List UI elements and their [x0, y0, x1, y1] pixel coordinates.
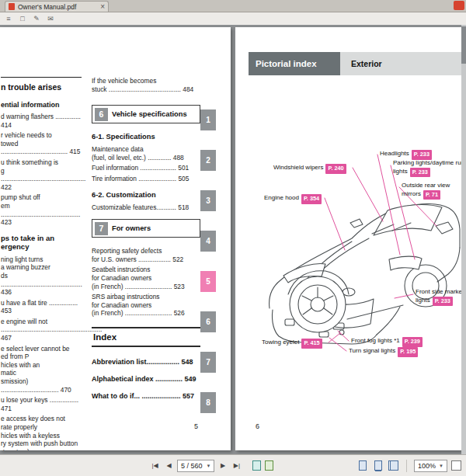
- page-ref-badge[interactable]: P. 233: [410, 168, 430, 178]
- pdf-file-icon: [9, 3, 15, 10]
- callout-label: Headlights: [380, 150, 409, 157]
- toc-entry[interactable]: r vehicle needs to towed ...............…: [1, 131, 85, 156]
- page-ref-badge[interactable]: P. 195: [398, 347, 418, 357]
- callout-outside-mirrors: Outside rear view mirrorsP. 71: [402, 182, 450, 200]
- toc-entry[interactable]: Customizable features........... 518: [92, 203, 200, 212]
- continuous-view-icon[interactable]: [372, 459, 384, 472]
- first-page-button[interactable]: |◀: [149, 460, 161, 472]
- index-header: Index: [92, 327, 200, 347]
- page-ref-badge[interactable]: P. 233: [412, 150, 432, 160]
- callout-windshield-wipers: Windshield wipersP. 240: [273, 164, 346, 174]
- bottom-toolbar: |◀ ◀ 5 / 560 ▼ ▶ ▶| 100% ▼: [0, 454, 466, 476]
- page-ref-badge[interactable]: P. 240: [325, 164, 346, 174]
- toc-entry[interactable]: Seatbelt instructions for Canadian owner…: [92, 266, 200, 290]
- chapter-number-badge: 6: [95, 108, 108, 121]
- toc-entry[interactable]: Reporting safety defects for U.S. owners…: [92, 247, 200, 263]
- zoom-select[interactable]: 100% ▼: [414, 460, 447, 472]
- thumbnails-icon[interactable]: □: [17, 14, 28, 24]
- callout-label: Engine hood: [264, 194, 299, 201]
- two-page-view-icon[interactable]: [388, 459, 399, 472]
- chapter-tab-3[interactable]: 3: [200, 190, 216, 211]
- exterior-tab[interactable]: Exterior: [340, 52, 461, 75]
- page-ref-badge[interactable]: P. 354: [301, 194, 322, 204]
- callout-label: lights: [416, 297, 430, 304]
- pictorial-index-header: Pictorial index Exterior: [249, 52, 461, 75]
- page-6: Pictorial index Exterior: [235, 27, 461, 450]
- chapter-7-header[interactable]: 7 For owners: [92, 219, 200, 238]
- next-page-button[interactable]: ▶: [217, 460, 228, 472]
- chapter-6-header[interactable]: 6 Vehicle specifications: [92, 105, 200, 123]
- toc-entry[interactable]: e engine will not ......................…: [1, 318, 85, 342]
- callout-turn-signal-lights: Turn signal lightsP. 195: [349, 347, 418, 357]
- page-ref-badge[interactable]: P. 239: [402, 337, 423, 347]
- chevron-down-icon[interactable]: ▼: [207, 464, 211, 468]
- toc-entry[interactable]: pump shut off em .......................…: [1, 193, 85, 226]
- chapter-tab-8[interactable]: 8: [200, 392, 216, 413]
- toc-entry[interactable]: Maintenance data (fuel, oil level, etc.)…: [92, 145, 200, 162]
- chapter-tab-5-active[interactable]: 5: [200, 271, 216, 292]
- chapter-number-badge: 7: [95, 222, 108, 235]
- toc-subsection-title: 6-1. Specifications: [92, 133, 200, 141]
- chapter-tab-2[interactable]: 2: [200, 150, 216, 171]
- toc-entry[interactable]: u have a flat tire ................ 453: [1, 299, 85, 315]
- toc-group-title: ps to take in an ergency: [1, 234, 85, 251]
- chevron-down-icon[interactable]: ▼: [439, 464, 443, 468]
- callout-label: Turn signal lights: [349, 347, 395, 354]
- callout-headlights: HeadlightsP. 233: [380, 150, 432, 160]
- scrollbar-thumb[interactable]: [461, 26, 466, 64]
- toc-entry[interactable]: If the vehicle becomes stuck ...........…: [92, 77, 200, 93]
- mail-icon[interactable]: ✉: [45, 14, 56, 24]
- toc-entry[interactable]: e access key does not rate properly hicl…: [1, 415, 85, 450]
- page-ref-badge[interactable]: P. 233: [433, 297, 453, 307]
- chapter-tab-4[interactable]: 4: [200, 231, 216, 252]
- fullscreen-icon[interactable]: [451, 460, 461, 471]
- callout-parking-lights: Parking lights/daytime running lightsP. …: [393, 159, 461, 177]
- zoom-value: 100%: [418, 462, 436, 470]
- toc-entry[interactable]: u lose your keys ................ 471: [1, 396, 85, 412]
- toc-entry[interactable]: Abbreviation list................. 548: [92, 358, 200, 366]
- toc-section-title: n trouble arises: [1, 82, 85, 92]
- chapter-tab-7[interactable]: 7: [200, 352, 216, 373]
- toc-entry[interactable]: Tire information ..................... 5…: [92, 175, 200, 183]
- page-number: 5: [194, 422, 198, 430]
- document-viewport[interactable]: n trouble arises ential information d wa…: [0, 25, 466, 454]
- callout-label: mirrors: [402, 190, 421, 197]
- chapter-tab-1[interactable]: 1: [200, 109, 216, 130]
- page-ref-badge[interactable]: P. 415: [301, 339, 322, 349]
- toc-entry[interactable]: SRS airbag instructions for Canadian own…: [92, 293, 200, 318]
- clipboard-tool-icon[interactable]: [265, 460, 273, 471]
- previous-page-button[interactable]: ◀: [163, 460, 175, 472]
- toc-entry[interactable]: e select lever cannot be ed from P hicle…: [1, 345, 85, 394]
- page-number: 6: [256, 422, 259, 430]
- callout-label: lights: [393, 168, 408, 175]
- chapter-tab-6[interactable]: 6: [200, 311, 216, 332]
- page-ref-badge[interactable]: P. 71: [423, 190, 440, 200]
- page-navigation: |◀ ◀ 5 / 560 ▼ ▶ ▶|: [149, 460, 273, 472]
- callout-label: Windshield wipers: [273, 164, 323, 171]
- annotate-icon[interactable]: ✎: [31, 14, 42, 24]
- single-page-view-icon[interactable]: [356, 459, 368, 472]
- car-exterior-illustration: [235, 27, 461, 450]
- callout-towing-eyelet: Towing eyeletP. 415: [262, 339, 322, 349]
- last-page-button[interactable]: ▶|: [231, 460, 242, 472]
- callout-label: Outside rear view: [402, 182, 450, 190]
- toc-entry[interactable]: What to do if... .................... 55…: [92, 392, 200, 400]
- callout-label: Front fog lights *1: [351, 337, 400, 344]
- snapshot-tool-icon[interactable]: [252, 460, 261, 471]
- menu-icon[interactable]: ≡: [3, 14, 14, 24]
- toc-entry[interactable]: u think something is g .................…: [1, 158, 85, 191]
- toc-entry[interactable]: d warning flashers .............. 414: [1, 113, 85, 129]
- page-number-input[interactable]: 5 / 560 ▼: [177, 460, 214, 472]
- chapter-title: For owners: [112, 224, 151, 232]
- page-display: 5 / 560: [181, 462, 203, 470]
- callout-front-fog-lights: Front fog lights *1P. 239: [351, 337, 423, 347]
- document-tab[interactable]: Owner's Manual.pdf ×: [5, 1, 109, 12]
- toc-entry[interactable]: Fuel information .................... 50…: [92, 164, 200, 172]
- vertical-scrollbar[interactable]: [461, 25, 466, 454]
- tab-close-icon[interactable]: ×: [100, 3, 105, 11]
- brand-icon: [454, 1, 464, 10]
- toc-entry[interactable]: Alphabetical index .............. 549: [92, 375, 200, 383]
- toc-entry[interactable]: ning light turns a warning buzzer ds ...…: [1, 255, 85, 297]
- chapter-tab-rail: 1 2 3 4 5 6 7 8: [200, 109, 216, 433]
- view-controls: 100% ▼: [356, 459, 461, 472]
